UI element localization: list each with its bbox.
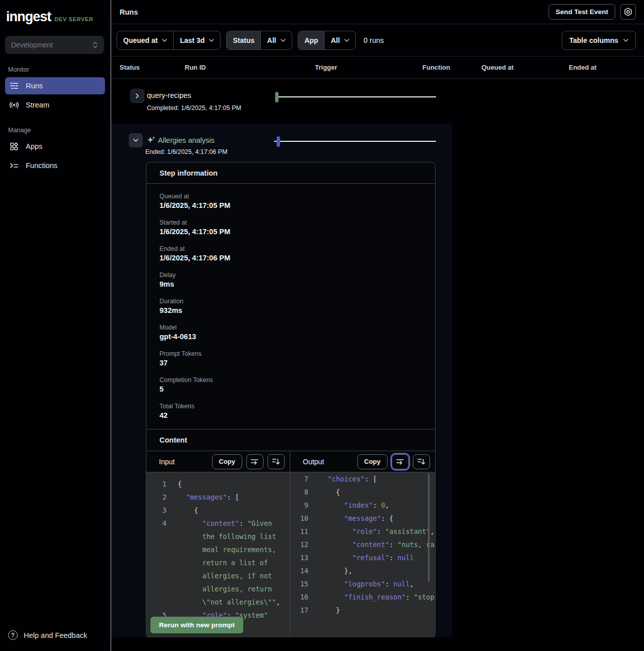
run-name[interactable]: Allergies analysis — [158, 136, 214, 144]
time-range-filter[interactable]: Last 3d — [174, 31, 220, 49]
environment-select-value: Development — [11, 41, 53, 49]
main-content: Runs Send Test Event Queued at — [112, 0, 644, 651]
run-name[interactable]: query-recipes — [147, 91, 191, 99]
send-test-event-button[interactable]: Send Test Event — [549, 4, 615, 20]
chevron-down-icon — [133, 139, 138, 142]
chevron-down-icon — [162, 39, 167, 42]
copy-output-button[interactable]: Copy — [357, 454, 388, 469]
app-window: inngest DEV SERVER Development Monitor R… — [0, 0, 644, 651]
code-line: 2 "messages": [ — [153, 491, 290, 504]
step-field: Queued at1/6/2025, 4:17:05 PM — [159, 193, 435, 219]
code-line: 3 { — [153, 504, 290, 517]
sidebar-item-label: Functions — [26, 161, 58, 170]
chevron-down-icon — [344, 39, 349, 42]
output-scrollbar[interactable] — [428, 473, 430, 582]
timeline-marker — [275, 92, 279, 102]
code-line: 13 "refusal": null — [295, 551, 435, 564]
sidebar-item-label: Apps — [26, 142, 42, 150]
stream-icon — [10, 101, 19, 109]
output-title: Output — [303, 458, 324, 466]
table-columns-button[interactable]: Table columns — [562, 31, 636, 50]
section-label-manage: Manage — [8, 127, 110, 134]
step-field: Prompt Tokens37 — [159, 350, 435, 376]
step-field: Completion Tokens5 — [159, 376, 435, 403]
step-fields: Queued at1/6/2025, 4:17:05 PMStarted at1… — [146, 184, 435, 429]
dev-server-badge: DEV SERVER — [55, 16, 93, 22]
run-row-header: Allergies analysis Ended: 1/6/2025, 4:17… — [112, 124, 452, 162]
column-header-run-id: Run ID — [185, 64, 206, 71]
code-line: \"not allergies\"", — [153, 595, 290, 609]
status-filter-value[interactable]: All — [261, 31, 292, 49]
column-header-queued-at: Queued at — [481, 64, 514, 71]
logo-row: inngest DEV SERVER — [0, 0, 110, 32]
content-title: Content — [146, 429, 435, 451]
help-icon: ? — [8, 630, 18, 640]
status-filter-group: Status All — [226, 31, 292, 50]
sidebar-item-label: Runs — [26, 82, 43, 90]
sidebar-item-apps[interactable]: Apps — [5, 138, 105, 155]
chevron-right-icon — [136, 93, 139, 98]
column-header-status: Status — [120, 64, 140, 71]
run-row-allergies-analysis[interactable]: Allergies analysis Ended: 1/6/2025, 4:17… — [112, 124, 452, 637]
scroll-to-bottom-button[interactable] — [267, 454, 285, 469]
chevron-down-icon — [209, 39, 214, 42]
code-line: allergies, if not — [153, 569, 290, 582]
status-filter-label: Status — [227, 31, 260, 49]
code-line: meal requirements, — [153, 543, 290, 556]
filter-bar: Queued at Last 3d Status All — [112, 24, 644, 57]
app-filter-value[interactable]: All — [325, 31, 355, 49]
sidebar: inngest DEV SERVER Development Monitor R… — [0, 0, 110, 651]
code-line: 1{ — [153, 477, 290, 491]
code-line: 8 { — [295, 485, 435, 499]
input-code-editor[interactable]: 1{2 "messages": [3 {4 "content": "Given … — [146, 472, 290, 637]
sidebar-item-runs[interactable]: Runs — [5, 77, 105, 94]
run-row-query-recipes[interactable]: query-recipes Completed: 1/6/2025, 4:17:… — [112, 79, 644, 124]
code-line: allergies, return — [153, 582, 290, 595]
queued-at-filter[interactable]: Queued at — [117, 31, 173, 49]
word-wrap-button-active[interactable] — [392, 454, 409, 469]
step-field: Started at1/6/2025, 4:17:05 PM — [159, 219, 435, 245]
table-header: Status Run ID Trigger Function Queued at… — [112, 57, 644, 79]
step-field: Total Tokens42 — [159, 403, 435, 429]
gear-icon — [624, 8, 632, 16]
help-and-feedback[interactable]: ? Help and Feedback — [0, 630, 110, 651]
input-panel: Input Copy — [146, 451, 290, 637]
output-code-editor[interactable]: 7 "choices": [8 {9 "index": 0,10 "messag… — [290, 472, 435, 637]
timeline-line — [274, 141, 436, 142]
rerun-with-new-prompt-button[interactable]: Rerun with new prompt — [150, 617, 243, 633]
app-filter-label: App — [298, 31, 324, 49]
scroll-to-bottom-icon — [417, 458, 425, 465]
app-filter-group: App All — [298, 31, 356, 50]
environment-select[interactable]: Development — [5, 36, 104, 54]
step-field: Delay9ms — [159, 272, 435, 298]
chevron-down-icon — [623, 39, 628, 42]
sidebar-item-stream[interactable]: Stream — [5, 96, 105, 114]
runs-icon — [10, 82, 19, 90]
step-field: Modelgpt-4-0613 — [159, 324, 435, 350]
code-line: 9 "index": 0, — [295, 499, 435, 512]
step-field: Duration932ms — [159, 298, 435, 324]
column-header-function: Function — [422, 64, 450, 71]
code-line: 17 } — [295, 604, 435, 617]
ai-sparkles-icon — [146, 135, 156, 145]
input-title: Input — [159, 458, 175, 466]
step-field: Ended at1/6/2025, 4:17:06 PM — [159, 245, 435, 272]
code-line: 10 "message": { — [295, 512, 435, 525]
code-line: return a list of — [153, 556, 290, 569]
timeline-line — [279, 96, 436, 97]
code-line: the following list — [153, 530, 290, 543]
collapse-row-button[interactable] — [129, 133, 143, 147]
run-status-line: Completed: 1/6/2025, 4:17:05 PM — [147, 104, 241, 112]
runs-count: 0 runs — [363, 36, 384, 44]
expand-row-button[interactable] — [130, 89, 144, 103]
word-wrap-icon — [251, 458, 259, 465]
code-line: 7 "choices": [ — [295, 472, 435, 485]
settings-button[interactable] — [620, 4, 636, 20]
word-wrap-button[interactable] — [246, 454, 263, 469]
sidebar-item-functions[interactable]: Functions — [5, 157, 105, 174]
input-output-panels: Input Copy — [146, 451, 435, 637]
code-line: 4 "content": "Given — [153, 517, 290, 530]
scroll-to-bottom-button[interactable] — [413, 454, 430, 469]
copy-input-button[interactable]: Copy — [212, 454, 243, 469]
functions-icon — [10, 161, 19, 170]
